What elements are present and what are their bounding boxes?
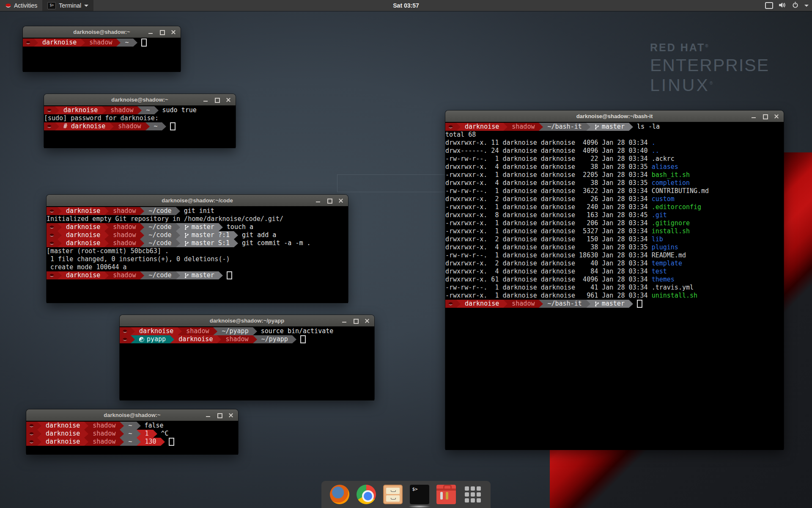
ls-filename: bash_it.sh — [652, 171, 690, 179]
prompt-segment-path: ~ — [150, 122, 162, 130]
terminal-content[interactable]: darknoiseshadow~sudo true[sudo] password… — [44, 105, 236, 148]
terminal-content[interactable]: darknoiseshadow~/bash-itmasterls -latota… — [445, 122, 784, 450]
activities-button[interactable]: Activities — [0, 0, 42, 11]
prompt-segment-path: ~/bash-it — [543, 123, 586, 131]
close-button[interactable] — [170, 29, 176, 35]
prompt-segment-host: shadow — [88, 438, 120, 446]
window-buttons — [205, 409, 234, 421]
app-grid-icon[interactable] — [463, 485, 483, 504]
prompt-segment-hat — [44, 106, 55, 114]
power-icon[interactable] — [792, 2, 798, 9]
segment-separator-icon — [104, 231, 109, 239]
segment-separator-icon — [170, 335, 174, 343]
command-text: git init — [184, 207, 214, 215]
terminal-content[interactable]: darknoiseshadow~ — [23, 38, 181, 72]
minimize-button[interactable] — [751, 113, 757, 119]
segment-separator-icon — [58, 223, 62, 231]
rhel-wordmark: RED HAT® ENTERPRISE LINUX® — [650, 42, 769, 94]
prompt-segment-git: master — [180, 223, 219, 231]
minimize-button[interactable] — [341, 318, 347, 324]
terminal-line: # darknoiseshadow~ — [44, 122, 236, 130]
system-menu-caret-icon[interactable] — [804, 5, 809, 7]
window-titlebar[interactable]: darknoise@shadow:~ — [44, 94, 236, 105]
prompt-segment-user: darknoise — [41, 422, 84, 430]
segment-separator-icon — [137, 430, 141, 438]
prompt-segment-git: master — [180, 271, 219, 279]
command-text: git commit -a -m . — [242, 239, 311, 247]
window-titlebar[interactable]: darknoise@shadow:~/bash-it — [445, 110, 784, 122]
terminal-line: drwxrwxr-x. 61 darknoise darknoise 4096 … — [445, 276, 784, 284]
terminal-line: drwxrwxr-x. 4 darknoise darknoise 84 Jan… — [445, 268, 784, 276]
close-button[interactable] — [338, 198, 344, 204]
terminal-line: -rwxrwxr-x. 1 darknoise darknoise 206 Ja… — [445, 219, 784, 227]
minimize-button[interactable] — [203, 97, 208, 103]
ls-meta-text: -rw-rw-r--. 1 darknoise darknoise 41 Jan… — [445, 284, 652, 292]
volume-icon[interactable] — [779, 2, 786, 9]
branch-icon — [184, 232, 189, 238]
maximize-button[interactable] — [762, 113, 768, 119]
terminal-cursor — [227, 271, 232, 279]
maximize-button[interactable] — [326, 198, 332, 204]
chrome-icon[interactable] — [357, 485, 376, 504]
terminal-line: -rw-rw-r--. 1 darknoise darknoise 22 Jan… — [445, 155, 784, 163]
segment-separator-icon — [104, 271, 109, 279]
clock[interactable]: Sat 03:57 — [393, 0, 419, 11]
maximize-button[interactable] — [217, 412, 222, 418]
prompt-segment-path: ~ — [124, 422, 136, 430]
close-button[interactable] — [774, 113, 779, 119]
ls-filename: .git — [652, 211, 667, 219]
window-titlebar[interactable]: darknoise@shadow:~/code — [47, 195, 348, 206]
segment-separator-icon — [37, 430, 41, 438]
segment-separator-icon — [176, 223, 180, 231]
terminal-line: drwxrwxr-x. 11 darknoise darknoise 4096 … — [445, 139, 784, 147]
close-button[interactable] — [364, 318, 370, 324]
files-icon[interactable] — [383, 485, 403, 504]
maximize-button[interactable] — [353, 318, 359, 324]
prompt-segment-path: ~/bash-it — [543, 300, 586, 308]
segment-separator-icon — [145, 122, 150, 130]
window-titlebar[interactable]: darknoise@shadow:~ — [26, 409, 238, 421]
prompt-segment-user: darknoise — [62, 207, 104, 215]
ls-meta-text: drwxrwxr-x. 4 darknoise darknoise 38 Jan… — [445, 243, 652, 251]
window-titlebar[interactable]: darknoise@shadow:~/pyapp — [120, 315, 374, 326]
terminal-cursor — [300, 335, 306, 343]
terminal-cursor — [170, 122, 176, 130]
ls-meta-text: -rwxrwxr-x. 1 darknoise darknoise 5327 J… — [445, 227, 652, 235]
top-bar: Activities $> Terminal Sat 03:57 — [0, 0, 812, 11]
segment-separator-icon — [120, 430, 124, 438]
window-terminal-exitcodes: darknoise@shadow:~darknoiseshadow~falsed… — [26, 409, 238, 454]
maximize-button[interactable] — [159, 29, 165, 35]
segment-separator-icon — [55, 122, 59, 130]
prompt-segment-host: shadow — [109, 223, 140, 231]
terminal-content[interactable]: darknoiseshadow~/codegit initInitialized… — [47, 206, 348, 303]
maximize-button[interactable] — [214, 97, 220, 103]
minimize-button[interactable] — [315, 198, 321, 204]
prompt-segment-hat — [47, 207, 58, 215]
ls-meta-text: drwxrwxr-x. 4 darknoise darknoise 84 Jan… — [445, 268, 652, 276]
segment-separator-icon — [539, 300, 543, 308]
terminal-content[interactable]: darknoiseshadow~/pyappsource bin/activat… — [120, 326, 374, 400]
terminal-content[interactable]: darknoiseshadow~falsedarknoiseshadow~1^C… — [26, 421, 238, 455]
terminal-line: darknoiseshadow~/codegit init — [47, 207, 348, 215]
terminal-line: -rw-rw-r--. 1 darknoise darknoise 18630 … — [445, 251, 784, 260]
segment-separator-icon — [178, 327, 182, 335]
segment-separator-icon — [110, 122, 114, 130]
minimize-button[interactable] — [205, 412, 211, 418]
minimize-button[interactable] — [148, 29, 154, 35]
screen-icon[interactable] — [765, 2, 773, 9]
segment-separator-icon — [84, 430, 88, 438]
window-buttons — [341, 315, 370, 326]
ls-meta-text: drwx------. 24 darknoise darknoise 4096 … — [445, 147, 652, 155]
firefox-icon[interactable] — [330, 485, 349, 504]
window-titlebar[interactable]: darknoise@shadow:~ — [23, 26, 181, 38]
terminal-line: drwx------. 24 darknoise darknoise 4096 … — [445, 147, 784, 155]
ls-meta-text: drwxrwxr-x. 11 darknoise darknoise 4096 … — [445, 139, 652, 147]
terminal-icon[interactable]: $> — [410, 485, 429, 504]
ls-meta-text: -rw-rw-r--. 1 darknoise darknoise 18630 … — [445, 251, 652, 260]
close-button[interactable] — [225, 97, 231, 103]
toolbox-icon[interactable] — [436, 485, 456, 504]
prompt-segment-git: master ?:1 — [180, 231, 234, 239]
app-menu-terminal[interactable]: $> Terminal — [42, 0, 93, 11]
prompt-segment-hat — [26, 422, 37, 430]
close-button[interactable] — [228, 412, 234, 418]
